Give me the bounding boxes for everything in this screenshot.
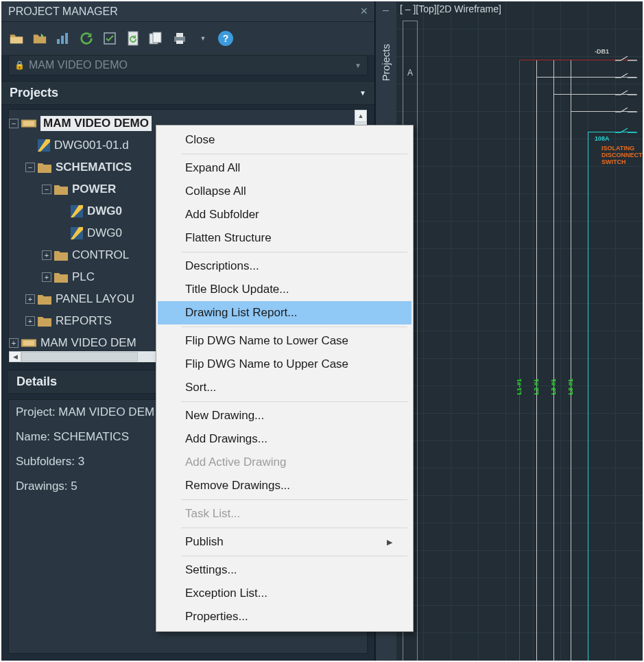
- scroll-thumb[interactable]: [21, 352, 138, 362]
- svg-rect-2: [65, 33, 68, 44]
- phase-label: L3-#1: [550, 379, 557, 395]
- close-panel-icon[interactable]: ×: [360, 4, 368, 19]
- svg-rect-16: [23, 340, 35, 345]
- context-menu: Close Expand All Collapse All Add Subfol…: [156, 125, 414, 632]
- task-icon[interactable]: [102, 30, 118, 47]
- folder-icon: [54, 250, 68, 261]
- print-icon[interactable]: [171, 30, 188, 47]
- menu-expand-all[interactable]: Expand All: [158, 156, 412, 180]
- menu-descriptions[interactable]: Descriptions...: [158, 255, 412, 278]
- menu-title-block-update[interactable]: Title Block Update...: [158, 278, 412, 301]
- chart-icon[interactable]: [55, 30, 71, 47]
- collapse-icon[interactable]: −: [9, 119, 19, 128]
- svg-rect-0: [57, 39, 60, 44]
- refresh-icon[interactable]: [78, 30, 95, 47]
- svg-rect-18: [23, 362, 35, 363]
- menu-separator: [181, 252, 407, 252]
- svg-rect-11: [23, 121, 35, 126]
- tag-db1: -DB1: [595, 48, 609, 55]
- toolbar: ▼ ?: [1, 22, 374, 55]
- tree-label: PLC: [72, 270, 95, 284]
- scroll-up-icon[interactable]: ▲: [355, 110, 367, 122]
- projects-section-label: Projects: [10, 86, 58, 100]
- expand-icon[interactable]: +: [42, 272, 51, 282]
- folder-icon: [54, 272, 68, 283]
- svg-rect-6: [153, 32, 161, 43]
- project-dropdown[interactable]: 🔒 MAM VIDEO DEMO ▼: [8, 55, 368, 75]
- schematic-content: -DB1 108A ISOLATING DISCONNECT SWITCH L1…: [478, 43, 629, 661]
- menu-settings[interactable]: Settings...: [158, 558, 412, 582]
- drawing-icon: [71, 227, 83, 239]
- expand-icon[interactable]: +: [25, 316, 35, 326]
- scroll-left-icon[interactable]: ◀: [9, 351, 21, 362]
- svg-rect-1: [61, 36, 64, 44]
- open-project-icon[interactable]: [32, 30, 48, 47]
- page-refresh-icon[interactable]: [125, 30, 141, 47]
- menu-publish[interactable]: Publish▶: [158, 530, 412, 554]
- collapse-icon[interactable]: −: [42, 185, 51, 194]
- expand-icon[interactable]: +: [25, 294, 35, 304]
- menu-flip-upper[interactable]: Flip DWG Name to Upper Case: [158, 353, 412, 376]
- folder-icon: [54, 184, 68, 195]
- svg-rect-8: [176, 33, 183, 37]
- menu-add-drawings[interactable]: Add Drawings...: [158, 427, 412, 451]
- help-icon[interactable]: ?: [218, 31, 233, 46]
- expand-icon[interactable]: +: [9, 338, 19, 348]
- expand-icon[interactable]: +: [42, 250, 51, 260]
- phase-label: L2-#1: [533, 379, 540, 395]
- lock-icon: 🔒: [14, 60, 25, 70]
- tag-108a: 108A: [595, 135, 610, 142]
- tree-label: DWG001-01.d: [54, 139, 129, 152]
- menu-new-drawing[interactable]: New Drawing...: [158, 404, 412, 427]
- wire-white: [571, 60, 571, 661]
- menu-separator: [181, 499, 407, 500]
- svg-rect-9: [176, 40, 183, 44]
- tree-label: MAM VIDEO DEMO: [40, 116, 152, 131]
- new-project-icon[interactable]: [8, 30, 25, 47]
- tree-label: DWG0: [87, 226, 122, 240]
- menu-drawing-list-report[interactable]: Drawing List Report...: [158, 301, 412, 324]
- drawing-viewport[interactable]: [ – ][Top][2D Wireframe] A B C -DB1 108A…: [396, 1, 643, 661]
- wire-white: [536, 60, 537, 661]
- menu-separator: [181, 327, 407, 327]
- menu-collapse-all[interactable]: Collapse All: [158, 180, 412, 203]
- menu-flatten[interactable]: Flatten Structure: [158, 226, 412, 250]
- tree-label: MAM VIDEO DEM: [40, 336, 136, 350]
- menu-separator: [181, 154, 407, 154]
- menu-separator: [181, 528, 407, 528]
- tree-label: PANEL LAYOU: [56, 292, 134, 306]
- menu-close[interactable]: Close: [158, 128, 412, 152]
- project-dropdown-label: MAM VIDEO DEMO: [29, 59, 128, 71]
- breaker-symbols: [615, 55, 643, 137]
- menu-sort[interactable]: Sort...: [158, 376, 412, 399]
- drawing-icon: [71, 205, 83, 217]
- print-dropdown-icon[interactable]: ▼: [195, 30, 211, 47]
- submenu-arrow-icon: ▶: [387, 538, 392, 547]
- pages-icon[interactable]: [148, 30, 165, 47]
- phase-label: L1-#1: [516, 379, 523, 395]
- menu-properties[interactable]: Properties...: [158, 605, 412, 628]
- wire-red: [519, 60, 520, 661]
- menu-task-list: Task List...: [158, 502, 412, 525]
- viewport-label[interactable]: [ – ][Top][2D Wireframe]: [400, 3, 501, 14]
- collapse-icon[interactable]: −: [25, 163, 35, 172]
- projects-section-header[interactable]: Projects ▼: [1, 81, 374, 105]
- menu-add-active-drawing: Add Active Drawing: [158, 451, 412, 474]
- tree-label: DWG0: [87, 204, 122, 218]
- menu-exception-list[interactable]: Exception List...: [158, 582, 412, 605]
- caret-down-icon: ▼: [359, 89, 366, 97]
- minimize-icon[interactable]: –: [383, 4, 389, 16]
- details-header-label: Details: [16, 375, 57, 389]
- caret-down-icon: ▼: [355, 62, 361, 69]
- tree-label: CONTROL: [72, 248, 129, 262]
- menu-flip-lower[interactable]: Flip DWG Name to Lower Case: [158, 329, 412, 353]
- tag-isolating: ISOLATING DISCONNECT SWITCH: [601, 145, 643, 166]
- side-tab-label: Projects: [380, 44, 392, 81]
- tree-label: REPORTS: [56, 314, 112, 328]
- project-manager-panel: PROJECT MANAGER ×: [1, 1, 375, 661]
- phase-label: L3-#1: [567, 379, 574, 395]
- menu-remove-drawings[interactable]: Remove Drawings...: [158, 474, 412, 497]
- tree-label: SCHEMATICS: [56, 161, 132, 174]
- menu-add-subfolder[interactable]: Add Subfolder: [158, 203, 412, 226]
- wire-cyan: [588, 132, 588, 661]
